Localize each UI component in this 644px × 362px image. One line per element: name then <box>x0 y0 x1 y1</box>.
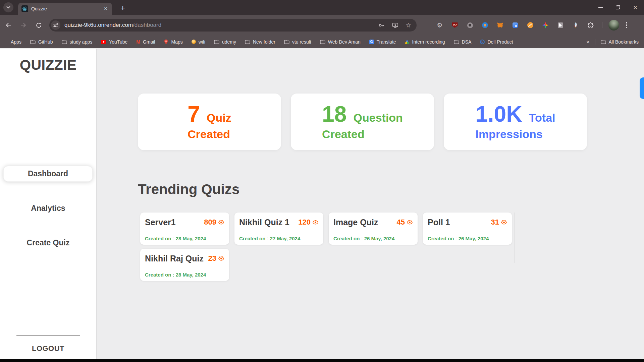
browser-tab-quizzie[interactable]: Quizzie × <box>18 3 112 15</box>
quiz-created-date: Created on : 26 May, 2024 <box>428 236 507 241</box>
browser-menu-button[interactable] <box>623 22 631 28</box>
bookmark-youtube[interactable]: YouTube <box>101 39 127 45</box>
quiz-created-label: Quiz <box>207 111 231 124</box>
metamask-extension-button[interactable] <box>496 21 504 29</box>
sidebar-item-analytics[interactable]: Analytics <box>0 204 96 213</box>
logout-button[interactable]: LOGOUT <box>0 344 96 353</box>
omnibox-actions: ☆ <box>378 22 411 29</box>
bookmarks-bar: Apps GitHub study apps YouTube M Gmail M… <box>0 36 644 48</box>
bookmark-udemy[interactable]: udemy <box>214 39 236 45</box>
question-created-label-2: Created <box>322 128 403 141</box>
total-impressions-label-2: Impressions <box>475 128 555 141</box>
side-panel-handle[interactable] <box>640 77 644 99</box>
extensions-menu-button[interactable] <box>587 21 594 29</box>
quiz-card-nikhil-raj-quiz: Nikhil Raj Quiz 23 Created on : 28 May, … <box>140 249 229 281</box>
quiz-card-nikhil-quiz-1: Nikhil Quiz 1 120 Created on : 27 May, 2… <box>234 213 323 245</box>
settings-extension-button[interactable]: ⚙ <box>436 21 443 29</box>
bookmarks-right-group: » All Bookmarks <box>586 39 639 45</box>
quiz-card-image-quiz: Image Quiz 45 Created on : 26 May, 2024 <box>329 213 418 245</box>
bookmark-wifi[interactable]: wifi <box>192 39 205 45</box>
quiz-views-count: 120 <box>298 218 311 227</box>
dell-icon: D <box>480 40 485 44</box>
question-created-value: 18 <box>322 103 346 125</box>
react-favicon-icon <box>21 5 28 12</box>
sidebar-item-create-quiz[interactable]: Create Quiz <box>0 238 96 247</box>
back-button[interactable] <box>2 18 15 32</box>
quiz-name: Poll 1 <box>428 217 489 228</box>
bookmark-label: YouTube <box>109 39 127 45</box>
folder-icon <box>62 40 67 44</box>
address-bar[interactable]: quizzie-9k6u.onrender.com/dashboard ☆ <box>49 19 417 32</box>
bookmarks-overflow-button[interactable]: » <box>586 39 589 45</box>
bookmark-page-button[interactable]: ☆ <box>406 22 411 28</box>
url-text: quizzie-9k6u.onrender.com/dashboard <box>64 22 161 28</box>
drive-icon <box>405 40 410 44</box>
bookmark-new-folder[interactable]: New folder <box>245 39 275 45</box>
bookmark-label: Apps <box>11 39 21 45</box>
sidebar-item-dashboard[interactable]: Dashboard <box>3 166 93 182</box>
bookmark-label: vtu result <box>292 39 311 45</box>
orange-slash-icon <box>527 22 533 28</box>
eye-icon <box>312 219 319 226</box>
trending-quizzes-title: Trending Quizs <box>138 181 239 197</box>
bookmark-maps[interactable]: Maps <box>164 39 182 45</box>
tune-icon <box>53 22 59 28</box>
bookmark-apps[interactable]: Apps <box>5 39 21 45</box>
minimize-button[interactable] <box>592 0 609 15</box>
adblock-extension-button[interactable] <box>527 21 534 29</box>
eye-icon <box>501 219 507 226</box>
quiz-name: Nikhil Raj Quiz <box>145 253 206 264</box>
tab-close-button[interactable]: × <box>103 6 109 12</box>
bookmark-study-apps[interactable]: study apps <box>62 39 93 45</box>
bookmark-vtu-result[interactable]: vtu result <box>284 39 311 45</box>
bookmark-intern-recording[interactable]: Intern recording <box>405 39 445 45</box>
blue-circle-icon <box>482 22 488 28</box>
bookmark-github[interactable]: GitHub <box>30 39 53 45</box>
site-settings-button[interactable] <box>51 20 60 30</box>
rocket-extension-button[interactable] <box>572 21 579 29</box>
puzzle-icon <box>587 22 594 29</box>
quizzie-dashboard-page: QUIZZIE Dashboard Analytics Create Quiz … <box>0 49 644 362</box>
total-impressions-label: Total <box>529 111 555 124</box>
folder-icon <box>245 40 250 44</box>
bookmark-label: New folder <box>253 39 275 45</box>
eye-icon <box>218 219 224 226</box>
tab-title: Quizzie <box>31 6 100 11</box>
bookmark-dell-product[interactable]: D Dell Product <box>480 39 513 45</box>
blue-extension-button[interactable] <box>481 21 489 29</box>
toolbar-divider <box>602 22 602 28</box>
screenshot-extension-button[interactable] <box>466 21 474 29</box>
stat-card-question-created: 18 Question Created <box>291 94 434 150</box>
hand-tool-extension-button[interactable] <box>557 21 564 29</box>
profile-avatar[interactable] <box>608 20 619 31</box>
install-app-button[interactable] <box>392 22 399 29</box>
quiz-created-date: Created on : 26 May, 2024 <box>333 236 413 241</box>
bookmarks-divider <box>595 39 595 45</box>
sidebar: QUIZZIE Dashboard Analytics Create Quiz … <box>0 49 97 362</box>
translate-icon: G <box>369 40 374 44</box>
ublock-extension-button[interactable]: uO <box>451 21 459 29</box>
logout-divider <box>16 336 80 336</box>
reload-button[interactable] <box>32 18 45 32</box>
quiz-created-date: Created on : 28 May, 2024 <box>145 236 224 241</box>
bookmark-translate[interactable]: G Translate <box>369 39 396 45</box>
folder-icon <box>601 40 606 44</box>
tab-search-button[interactable] <box>3 2 13 12</box>
password-manager-button[interactable] <box>378 22 385 29</box>
bookmark-dsa[interactable]: DSA <box>454 39 472 45</box>
question-created-label: Question <box>354 111 403 124</box>
bookmark-gmail[interactable]: M Gmail <box>136 39 155 45</box>
colorpick-extension-button[interactable] <box>542 21 549 29</box>
quiz-views-count: 45 <box>397 218 405 227</box>
window-controls: × <box>592 0 644 15</box>
gear-icon: ⚙ <box>437 22 442 28</box>
maximize-button[interactable] <box>609 0 627 15</box>
forward-button[interactable] <box>17 18 30 32</box>
quiz-created-label-2: Created <box>187 128 231 141</box>
bookmark-web-dev-aman[interactable]: Web Dev Aman <box>320 39 361 45</box>
all-bookmarks-button[interactable]: All Bookmarks <box>601 39 639 45</box>
new-tab-button[interactable]: + <box>117 3 128 13</box>
blue-square-extension-button[interactable] <box>512 21 519 29</box>
rainbow-star-icon <box>542 22 549 28</box>
close-button[interactable]: × <box>627 0 644 15</box>
